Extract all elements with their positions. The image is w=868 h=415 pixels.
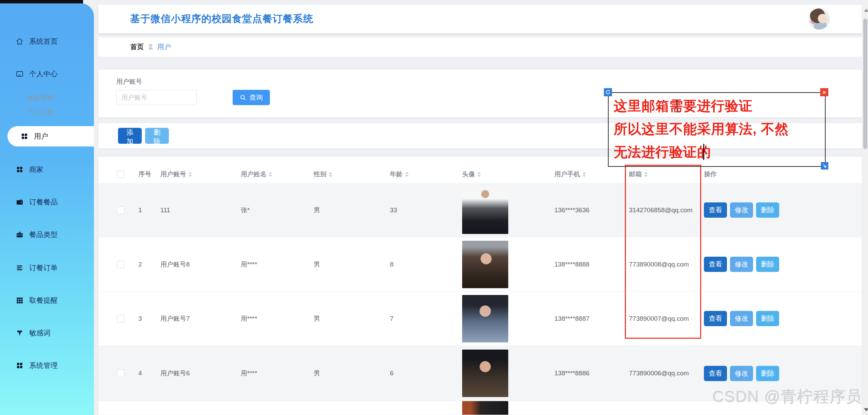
header-avatar[interactable]: 头像	[462, 165, 481, 183]
annotation-red-rectangle	[625, 165, 701, 339]
cell-index: 1	[138, 183, 142, 237]
select-all-checkbox[interactable]	[117, 171, 124, 178]
user-avatar-photo	[462, 401, 508, 415]
cell-index: 3	[138, 292, 142, 345]
cell-gender: 男	[314, 346, 320, 401]
sidebar-item-meal-types[interactable]: 餐品类型	[0, 227, 94, 242]
delete-button[interactable]: 删除	[756, 311, 779, 326]
query-button[interactable]: 查询	[233, 90, 270, 105]
users-table: 序号 用户账号 用户姓名 性别 年龄 头像 用户手机 邮箱 操作 1 111 张…	[98, 157, 862, 415]
header-gender[interactable]: 性别	[314, 165, 332, 183]
header-age[interactable]: 年龄	[390, 165, 409, 183]
annotation-resize-handle-icon[interactable]	[821, 162, 828, 170]
view-button[interactable]: 查看	[704, 366, 727, 381]
sidebar-item-meal-items[interactable]: 订餐餐品	[0, 195, 94, 210]
sidebar-item-orders[interactable]: 订餐订单	[0, 260, 94, 275]
cell-age: 6	[390, 346, 394, 401]
sidebar-item-system-management[interactable]: 系统管理	[0, 358, 94, 373]
home-icon	[16, 37, 24, 45]
cell-account: 用户账号6	[160, 346, 190, 401]
sidebar-item-personal-info[interactable]: 个人信息	[0, 105, 94, 119]
cell-age: 33	[390, 183, 397, 237]
header-account[interactable]: 用户账号	[160, 165, 192, 183]
delete-selected-button[interactable]: 删除	[145, 128, 169, 144]
sidebar-item-personal-center[interactable]: 个人中心	[0, 66, 94, 81]
annotation-text-line: 所以这里不能采用算法, 不然	[614, 120, 789, 138]
header-index: 序号	[138, 165, 151, 183]
sidebar-item-pickup-reminders[interactable]: 取餐提醒	[0, 293, 94, 308]
annotation-close-icon[interactable]: ×	[820, 88, 828, 96]
edit-button[interactable]: 修改	[730, 311, 753, 326]
sort-carets-icon[interactable]	[189, 172, 192, 177]
sort-carets-icon[interactable]	[329, 172, 332, 177]
cell-account: 用户账号7	[160, 292, 190, 345]
view-button[interactable]: 查看	[704, 311, 727, 326]
edit-button[interactable]: 修改	[730, 366, 753, 381]
header-actions: 操作	[704, 165, 717, 183]
cell-account: 用户账号8	[160, 237, 190, 291]
header-phone[interactable]: 用户手机	[554, 165, 586, 183]
cell-account: 111	[160, 183, 170, 237]
sidebar-item-merchants[interactable]: 商家	[0, 162, 94, 177]
add-button[interactable]: 添加	[118, 128, 142, 144]
scrollbar-up-arrow-icon[interactable]	[864, 9, 868, 12]
search-field-label: 用户账号	[116, 77, 142, 86]
delete-button[interactable]: 删除	[756, 202, 779, 218]
table-header-row: 序号 用户账号 用户姓名 性别 年龄 头像 用户手机 邮箱 操作	[98, 165, 862, 183]
row-checkbox[interactable]	[117, 206, 124, 214]
search-input[interactable]	[116, 90, 197, 105]
edit-button[interactable]: 修改	[730, 202, 753, 218]
search-icon	[240, 94, 246, 101]
app-header: 基于微信小程序的校园食堂点餐订餐系统	[98, 5, 862, 33]
sidebar-item-label: 订餐餐品	[29, 197, 58, 207]
view-button[interactable]: 查看	[704, 257, 727, 272]
text-caret	[703, 144, 704, 160]
cell-gender: 男	[314, 237, 320, 291]
delete-button[interactable]: 删除	[756, 257, 779, 272]
cell-name: 张*	[241, 183, 250, 237]
sort-carets-icon[interactable]	[269, 172, 272, 177]
cell-gender: 男	[314, 292, 320, 345]
cell-index: 4	[138, 346, 142, 401]
edit-button[interactable]: 修改	[730, 257, 753, 272]
brush-icon	[16, 329, 24, 337]
row-checkbox[interactable]	[117, 261, 124, 268]
avatar[interactable]	[809, 8, 830, 29]
profile-card-icon	[16, 70, 24, 78]
cell-age: 7	[390, 292, 394, 345]
close-x-glyph: ×	[823, 90, 826, 95]
user-avatar-photo	[462, 295, 508, 342]
grid-icon	[16, 165, 24, 174]
sort-carets-icon[interactable]	[477, 172, 481, 177]
cell-name: 用****	[241, 237, 257, 291]
table-row: 2 用户账号8 用**** 男 8 138****8888 773890008@…	[98, 237, 862, 292]
row-checkbox[interactable]	[117, 370, 124, 377]
grid-icon	[20, 132, 28, 140]
view-button[interactable]: 查看	[704, 202, 727, 218]
annotation-settings-icon[interactable]	[604, 88, 612, 96]
query-button-label: 查询	[249, 93, 263, 102]
sort-carets-icon[interactable]	[583, 172, 586, 177]
row-checkbox[interactable]	[117, 315, 124, 322]
scrollbar-down-arrow-icon[interactable]	[864, 408, 868, 411]
sidebar-subitem-label: 修改密码	[27, 93, 54, 102]
delete-button[interactable]: 删除	[756, 366, 779, 381]
header-name[interactable]: 用户姓名	[241, 165, 272, 183]
sidebar-item-users[interactable]: 用户	[7, 126, 94, 146]
scrollbar-thumb[interactable]	[863, 19, 867, 149]
sidebar-item-home[interactable]: 系统首页	[0, 34, 94, 49]
sort-carets-icon[interactable]	[405, 172, 409, 177]
breadcrumb-current[interactable]: 用户	[157, 42, 171, 52]
grid-3x3-icon	[16, 296, 24, 304]
cell-phone: 136****3636	[554, 183, 590, 237]
order-list-icon	[16, 264, 24, 272]
sidebar-item-label: 系统首页	[29, 37, 58, 46]
sidebar-item-sensitive-words[interactable]: 敏感词	[0, 325, 94, 340]
user-avatar-photo	[462, 186, 508, 234]
annotation-text-line: 无法进行验证的	[614, 143, 711, 161]
sidebar-item-change-password[interactable]: 修改密码	[0, 91, 94, 104]
cell-phone: 138****8888	[554, 237, 590, 291]
breadcrumb-home[interactable]: 首页	[130, 42, 144, 52]
user-avatar-photo	[462, 350, 508, 397]
briefcase-icon	[16, 231, 24, 239]
